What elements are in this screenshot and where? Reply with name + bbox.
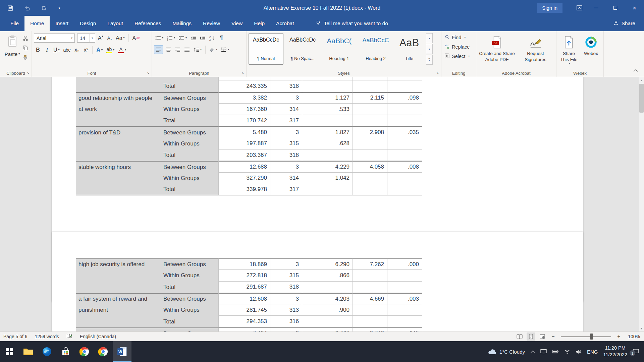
display-tray-icon[interactable] xyxy=(540,349,547,354)
decrease-indent-icon[interactable] xyxy=(189,34,198,42)
chrome-button-2[interactable] xyxy=(94,341,113,362)
weather-widget[interactable]: 1°C Cloudy xyxy=(488,349,525,355)
word-count[interactable]: 1259 words xyxy=(35,334,59,339)
shrink-font-button[interactable]: A xyxy=(105,34,113,43)
scrollbar-thumb[interactable] xyxy=(639,84,644,113)
strikethrough-button[interactable]: abe xyxy=(62,46,72,54)
style-heading-2[interactable]: AaBbCcCHeading 2 xyxy=(358,33,393,65)
chrome-button-1[interactable] xyxy=(75,341,94,362)
bullets-icon[interactable] xyxy=(154,34,165,42)
tab-help[interactable]: Help xyxy=(248,16,270,31)
language-indicator[interactable]: English (Canada) xyxy=(80,334,116,339)
share-button[interactable]: Share xyxy=(613,16,635,31)
zoom-slider-thumb[interactable] xyxy=(590,334,593,340)
close-button[interactable]: × xyxy=(625,0,644,16)
print-layout-icon[interactable] xyxy=(527,333,535,341)
tab-references[interactable]: References xyxy=(129,16,167,31)
tab-acrobat[interactable]: Acrobat xyxy=(270,16,300,31)
tab-design[interactable]: Design xyxy=(74,16,102,31)
italic-button[interactable]: I xyxy=(43,46,51,54)
borders-icon[interactable] xyxy=(220,45,230,54)
justify-icon[interactable] xyxy=(183,45,191,54)
tab-mailings[interactable]: Mailings xyxy=(167,16,197,31)
vertical-scrollbar[interactable] xyxy=(638,77,644,331)
read-mode-icon[interactable] xyxy=(515,333,524,341)
edge-button[interactable] xyxy=(38,341,56,362)
styles-scroll-down-icon[interactable] xyxy=(426,44,433,54)
cut-icon[interactable] xyxy=(21,34,30,42)
request-signatures-button[interactable]: Request Signatures xyxy=(517,33,554,62)
style-normal[interactable]: AaBbCcDc¶ Normal xyxy=(249,33,283,65)
minimize-button[interactable] xyxy=(587,0,606,16)
network-tray-icon[interactable] xyxy=(564,349,570,354)
redo-icon[interactable] xyxy=(40,4,48,12)
paragraph-dialog-launcher-icon[interactable] xyxy=(240,71,245,75)
align-right-icon[interactable] xyxy=(173,45,182,54)
word-taskbar-button[interactable]: W xyxy=(113,341,131,362)
multilevel-list-icon[interactable] xyxy=(177,34,188,42)
ribbon-display-options-icon[interactable] xyxy=(572,0,587,16)
styles-dialog-launcher-icon[interactable] xyxy=(435,71,440,75)
style-heading-1[interactable]: AaBbC(Heading 1 xyxy=(322,33,357,65)
start-button[interactable] xyxy=(0,341,19,362)
page-indicator[interactable]: Page 5 of 6 xyxy=(3,334,28,339)
replace-button[interactable]: abac Replace xyxy=(445,42,474,52)
document-page-6[interactable]: high job security is offeredBetween Grou… xyxy=(52,232,583,331)
tab-layout[interactable]: Layout xyxy=(102,16,129,31)
superscript-button[interactable]: x² xyxy=(82,46,90,54)
volume-tray-icon[interactable] xyxy=(576,349,582,354)
sign-in-button[interactable]: Sign in xyxy=(537,3,562,13)
battery-tray-icon[interactable] xyxy=(552,350,559,354)
maximize-button[interactable] xyxy=(606,0,625,16)
save-icon[interactable] xyxy=(7,4,14,12)
tab-review[interactable]: Review xyxy=(197,16,226,31)
collapse-ribbon-icon[interactable] xyxy=(633,67,638,73)
zoom-slider[interactable] xyxy=(561,336,611,337)
undo-icon[interactable] xyxy=(23,4,31,12)
line-spacing-icon[interactable] xyxy=(192,45,203,54)
tab-home[interactable]: Home xyxy=(24,16,50,31)
font-size-dropdown-icon[interactable] xyxy=(89,34,95,42)
keyboard-language[interactable]: ENG xyxy=(587,349,598,355)
font-name-dropdown-icon[interactable] xyxy=(69,34,74,42)
zoom-out-button[interactable]: − xyxy=(549,333,557,340)
clear-formatting-button[interactable]: A xyxy=(131,34,141,43)
align-center-icon[interactable] xyxy=(164,45,172,54)
numbering-icon[interactable]: 123 xyxy=(166,34,176,42)
scroll-up-icon[interactable] xyxy=(639,77,644,83)
customize-qat-icon[interactable] xyxy=(57,6,62,10)
share-this-file-button[interactable]: Share This File xyxy=(558,33,579,66)
format-painter-icon[interactable] xyxy=(21,54,30,62)
increase-indent-icon[interactable] xyxy=(199,34,207,42)
clock[interactable]: 11:20 PM 11/22/2022 xyxy=(603,345,628,358)
change-case-button[interactable]: Aa xyxy=(114,34,126,43)
document-area[interactable]: Within Groups236.976315.761Total243.3353… xyxy=(0,77,644,331)
styles-scroll-up-icon[interactable] xyxy=(426,33,433,43)
tell-me-box[interactable]: Tell me what you want to do xyxy=(315,16,388,31)
file-explorer-button[interactable] xyxy=(19,341,38,362)
zoom-in-button[interactable]: + xyxy=(615,333,623,340)
tray-expand-icon[interactable] xyxy=(530,350,535,353)
styles-more-icon[interactable] xyxy=(426,55,433,65)
paste-button[interactable]: Paste xyxy=(3,33,21,65)
grow-font-button[interactable]: A xyxy=(96,34,104,43)
font-color-button[interactable]: A xyxy=(117,46,127,54)
align-left-icon[interactable] xyxy=(154,45,163,54)
web-layout-icon[interactable] xyxy=(538,333,547,341)
tab-insert[interactable]: Insert xyxy=(50,16,74,31)
shading-icon[interactable] xyxy=(208,45,219,54)
microsoft-store-button[interactable] xyxy=(56,341,75,362)
zoom-level[interactable]: 100% xyxy=(625,334,640,339)
sort-icon[interactable]: AZ xyxy=(208,34,216,42)
tab-view[interactable]: View xyxy=(226,16,248,31)
find-button[interactable]: Find xyxy=(445,33,474,42)
show-formatting-marks-button[interactable]: ¶ xyxy=(217,34,225,42)
clipboard-dialog-launcher-icon[interactable] xyxy=(26,71,30,75)
proofing-icon[interactable] xyxy=(66,334,72,340)
font-name-select[interactable]: Arial xyxy=(34,34,75,43)
bold-button[interactable]: B xyxy=(34,46,42,54)
webex-button[interactable]: Webex xyxy=(581,33,601,57)
style-title[interactable]: AaBTitle xyxy=(395,33,424,65)
create-pdf-button[interactable]: PDF Create and Share Adobe PDF xyxy=(478,33,516,62)
action-center-button[interactable]: 1 xyxy=(633,349,639,355)
